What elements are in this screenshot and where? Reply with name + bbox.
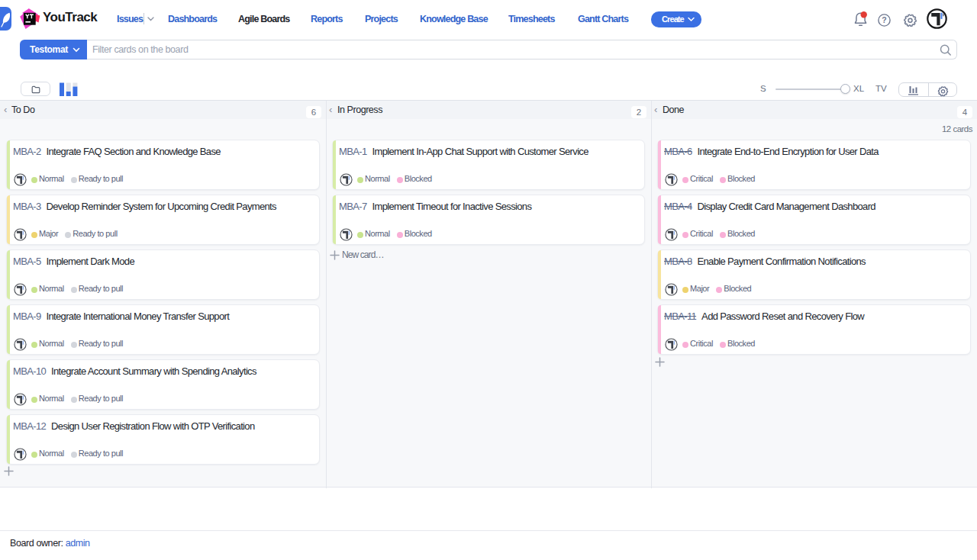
- svg-text:?: ?: [882, 15, 886, 24]
